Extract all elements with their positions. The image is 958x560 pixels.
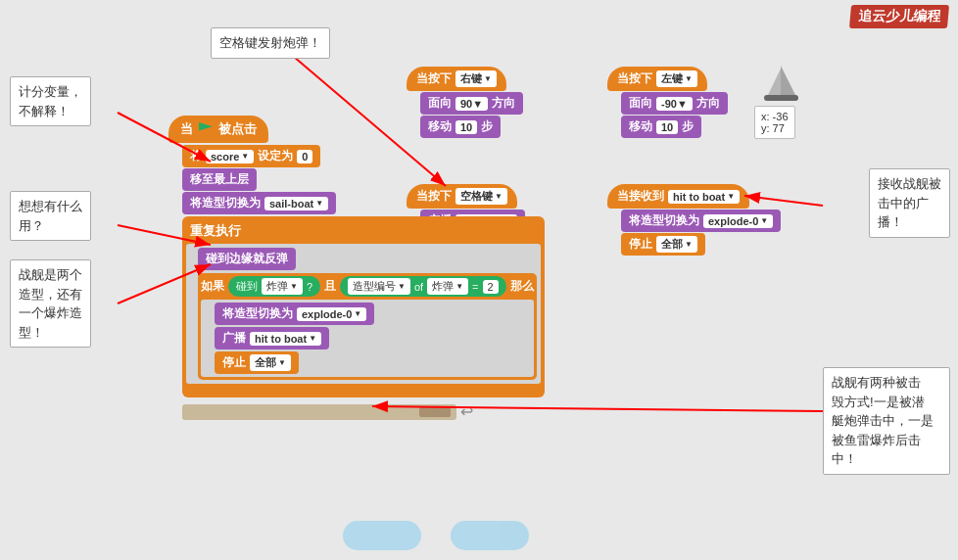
explode2-dropdown[interactable]: explode-0 (297, 307, 366, 321)
annotation-wonder: 想想有什么用？ (10, 191, 91, 241)
coord-display: x: -36 y: 77 (754, 106, 795, 139)
neg-ninety-value: -90▼ (656, 97, 693, 111)
costume-num-dropdown[interactable]: 造型编号 (348, 278, 410, 295)
svg-marker-7 (781, 66, 795, 95)
receive-hit-stack: 当接收到 hit to boat 将造型切换为 explode-0 停止 全部 (607, 184, 781, 256)
if-block[interactable]: 如果 碰到 炸弹 ? 且 造型编号 of 炸弹 = (198, 273, 537, 380)
left-key-dropdown[interactable]: 左键 (656, 70, 697, 87)
y-coord: y: 77 (761, 122, 789, 134)
receive-hit-hat[interactable]: 当接收到 hit to boat (607, 184, 749, 209)
broadcast-hit-block[interactable]: 广播 hit to boat (215, 327, 329, 350)
face-right-block[interactable]: 面向 90▼ 方向 (420, 92, 523, 115)
left-key-stack: 当按下 左键 面向 -90▼ 方向 移动 10 步 (607, 67, 728, 138)
move-top-block[interactable]: 移至最上层 (182, 168, 257, 191)
switch-explode2-block[interactable]: 将造型切换为 explode-0 (215, 303, 374, 325)
hit-to-boat-dropdown[interactable]: hit to boat (668, 190, 740, 204)
right-key-dropdown[interactable]: 右键 (455, 70, 497, 87)
annotation-costumes: 战舰是两个造型，还有一个爆炸造型！ (10, 259, 91, 348)
svg-rect-9 (764, 95, 798, 101)
submarine-2 (451, 521, 529, 550)
bomb-dropdown[interactable]: 炸弹 (262, 278, 303, 295)
scroll-bar[interactable] (182, 404, 456, 420)
switch-explode-block[interactable]: 将造型切换为 explode-0 (621, 210, 781, 232)
annotation-destroy: 战舰有两种被击毁方式!一是被潜艇炮弹击中，一是被鱼雷爆炸后击中！ (823, 367, 950, 475)
annotation-score: 计分变量，不解释！ (10, 76, 91, 126)
right-key-hat[interactable]: 当按下 右键 (407, 67, 506, 91)
repeat-label: 重复执行 (186, 220, 245, 242)
stop-block[interactable]: 停止 全部 (215, 351, 299, 374)
hit-broadcast-dropdown[interactable]: hit to boat (250, 332, 321, 346)
if-inner: 将造型切换为 explode-0 广播 hit to boat (201, 300, 534, 377)
zero-value: 0 (297, 150, 312, 163)
ninety-value: 90▼ (455, 97, 488, 111)
x-coord: x: -36 (761, 111, 789, 122)
logo-text: 追云少儿编程 (857, 8, 940, 23)
repeat-inner: 碰到边缘就反弹 如果 碰到 炸弹 ? 且 (186, 244, 541, 384)
stop-dropdown[interactable]: 全部 (250, 354, 291, 371)
submarine-sprite-area (343, 521, 529, 550)
scroll-arrow[interactable]: ↩ (460, 402, 473, 421)
bomb2-dropdown[interactable]: 炸弹 (427, 278, 468, 295)
score-var-dropdown[interactable]: score (206, 150, 254, 163)
costume-num-block[interactable]: 造型编号 of 炸弹 = 2 (340, 276, 506, 297)
move-left-block[interactable]: 移动 10 步 (621, 116, 701, 138)
bounce-block[interactable]: 碰到边缘就反弹 (198, 248, 296, 270)
logo: 追云少儿编程 (849, 5, 949, 28)
touch-bomb-block[interactable]: 碰到 炸弹 ? (228, 276, 320, 297)
left-key-hat[interactable]: 当按下 左键 (607, 67, 707, 91)
two-value: 2 (483, 280, 499, 294)
flag-icon (199, 122, 213, 136)
repeat-block[interactable]: 重复执行 碰到边缘就反弹 如果 碰到 (182, 216, 545, 397)
main-flag-stack: 当 被点击 将 score 设定为 0 移至最上层 将造型切换为 sail-bo… (168, 116, 545, 421)
boat-sprite (754, 61, 808, 105)
explode-dropdown[interactable]: explode-0 (703, 214, 773, 228)
sailboat-dropdown[interactable]: sail-boat (264, 197, 328, 210)
set-score-block[interactable]: 将 score 设定为 0 (182, 145, 320, 167)
submarine-1 (343, 521, 421, 550)
move-10-left: 10 (656, 120, 678, 134)
annotation-spacebar: 空格键发射炮弹！ (211, 27, 330, 59)
stop-all-dropdown2[interactable]: 全部 (656, 236, 697, 253)
stop-receive-block[interactable]: 停止 全部 (621, 233, 705, 256)
repeat-bottom (188, 386, 539, 394)
svg-marker-8 (768, 69, 781, 95)
annotation-receive: 接收战舰被击中的广播！ (869, 168, 950, 238)
switch-sailboat-block[interactable]: 将造型切换为 sail-boat (182, 192, 336, 214)
scroll-indicator: ↩ (182, 402, 545, 421)
face-left-block[interactable]: 面向 -90▼ 方向 (621, 92, 728, 115)
scroll-thumb[interactable] (419, 407, 451, 417)
flag-hat[interactable]: 当 被点击 (168, 116, 268, 143)
